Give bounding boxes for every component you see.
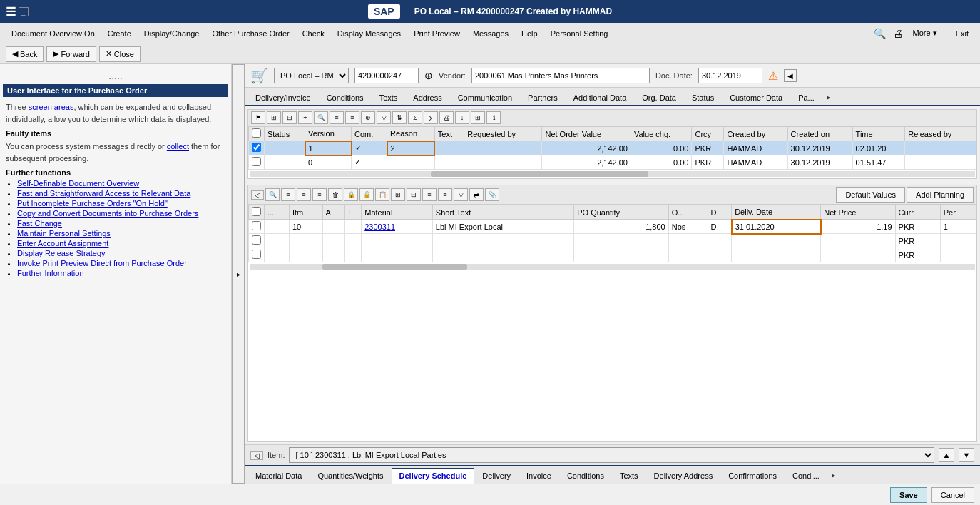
link-on-hold[interactable]: Put Incomplete Purchase Orders "On Hold" — [17, 199, 168, 208]
collect-link[interactable]: collect — [167, 142, 189, 151]
lower-sort-btn[interactable]: ⇄ — [469, 188, 484, 201]
tab-additional-data[interactable]: Additional Data — [566, 90, 635, 105]
upper-search-btn[interactable]: 🔍 — [314, 111, 328, 124]
po-type-select[interactable]: PO Local – RM — [274, 68, 349, 83]
sidebar-collapse-handle[interactable]: ▸ — [232, 64, 245, 484]
lower-copy-btn[interactable]: 📋 — [375, 188, 389, 201]
link-maintain-personal[interactable]: Maintain Personal Settings — [17, 229, 111, 238]
bottom-tab-more[interactable]: ▸ — [827, 468, 840, 483]
upper-zoom-btn[interactable]: ⊕ — [361, 111, 375, 124]
upper-print-btn[interactable]: 🖨 — [439, 111, 454, 124]
tab-org-data[interactable]: Org. Data — [634, 90, 684, 105]
upper-sort-btn[interactable]: ⇅ — [392, 111, 407, 124]
upper-filter-btn[interactable]: ▽ — [377, 111, 391, 124]
tab-customer-data[interactable]: Customer Data — [722, 90, 790, 105]
tab-conditions-item[interactable]: Conditions — [559, 468, 612, 483]
lower-unlock-btn[interactable]: 🔓 — [359, 188, 374, 201]
lower-filter-btn[interactable]: ▽ — [454, 188, 468, 201]
doc-date-input[interactable] — [698, 68, 762, 83]
save-button[interactable]: Save — [890, 487, 927, 503]
tab-delivery-schedule[interactable]: Delivery Schedule — [392, 468, 475, 484]
upper-grid-btn[interactable]: ⊞ — [471, 111, 485, 124]
menu-help[interactable]: Help — [516, 26, 543, 41]
po-expand-icon[interactable]: ⊕ — [424, 70, 433, 81]
lower-collapse-btn[interactable]: ◁ — [251, 190, 264, 200]
tab-partners[interactable]: Partners — [520, 90, 566, 105]
link-print-preview[interactable]: Invoke Print Preview Direct from Purchas… — [17, 259, 187, 267]
menu-print-preview[interactable]: Print Preview — [408, 26, 466, 41]
menu-messages[interactable]: Messages — [467, 26, 514, 41]
menu-more[interactable]: More ▾ — [907, 26, 943, 41]
item-nav-collapse[interactable]: ◁ — [250, 451, 263, 460]
link-account-assignment[interactable]: Enter Account Assignment — [17, 239, 108, 248]
item-nav-down[interactable]: ▼ — [959, 448, 974, 462]
upper-info-btn[interactable]: ℹ — [486, 111, 501, 124]
default-values-btn[interactable]: Default Values — [836, 187, 905, 203]
lower-zoom-btn[interactable]: 🔍 — [265, 188, 280, 201]
tab-delivery[interactable]: Delivery — [474, 468, 519, 483]
lower-align-btn2[interactable]: ≡ — [438, 188, 452, 201]
warning-icon[interactable]: ⚠ — [768, 69, 778, 83]
link-fast-change[interactable]: Fast Change — [17, 219, 62, 228]
addl-planning-btn[interactable]: Addl Planning — [907, 187, 974, 203]
header-collapse-btn[interactable]: ◀ — [784, 69, 797, 82]
link-copy-convert[interactable]: Copy and Convert Documents into Purchase… — [17, 209, 198, 218]
tab-material-data[interactable]: Material Data — [247, 468, 310, 483]
lower-lock-btn[interactable]: 🔒 — [344, 188, 358, 201]
tab-communication[interactable]: Communication — [450, 90, 520, 105]
po-number-input[interactable] — [354, 68, 419, 83]
search-icon[interactable]: 🔍 — [871, 28, 889, 39]
item-nav-up[interactable]: ▲ — [939, 448, 954, 462]
menu-document-overview[interactable]: Document Overview On — [6, 26, 101, 41]
menu-exit[interactable]: Exit — [950, 26, 974, 41]
tab-delivery-invoice[interactable]: Delivery/Invoice — [247, 90, 319, 105]
upper-calc-btn[interactable]: ∑ — [424, 111, 438, 124]
tab-status[interactable]: Status — [684, 90, 722, 105]
upper-row2-checkbox[interactable] — [249, 155, 265, 170]
print-icon[interactable]: 🖨 — [890, 28, 906, 39]
lower-minus-btn[interactable]: ⊟ — [407, 188, 421, 201]
menu-display-messages[interactable]: Display Messages — [332, 26, 407, 41]
tab-conditions[interactable]: Conditions — [319, 90, 372, 105]
upper-sum-btn[interactable]: Σ — [408, 111, 422, 124]
screen-areas-link[interactable]: screen areas — [29, 103, 74, 111]
cancel-button[interactable]: Cancel — [931, 487, 974, 503]
tab-confirmations[interactable]: Confirmations — [720, 468, 785, 483]
upper-del-btn[interactable]: ⊟ — [282, 111, 297, 124]
forward-button[interactable]: ▶ Forward — [46, 46, 96, 62]
tab-condi-more[interactable]: Condi... — [785, 468, 827, 483]
system-menu-icon[interactable]: ☰ — [6, 5, 16, 19]
tab-pa[interactable]: Pa... — [790, 90, 822, 105]
tab-delivery-address[interactable]: Delivery Address — [646, 468, 721, 483]
lower-scrollbar[interactable] — [250, 264, 975, 270]
upper-align-right-btn[interactable]: ≡ — [345, 111, 359, 124]
header-tab-more[interactable]: ▸ — [822, 90, 835, 105]
lower-del-btn[interactable]: 🗑 — [328, 188, 342, 201]
upper-align-left-btn[interactable]: ≡ — [330, 111, 344, 124]
upper-table-scroll[interactable]: Status Version Com. Reason Text Requeste… — [248, 126, 976, 170]
tab-invoice[interactable]: Invoice — [519, 468, 559, 483]
link-display-release[interactable]: Display Release Strategy — [17, 249, 106, 257]
tab-quantities-weights[interactable]: Quantities/Weights — [310, 468, 391, 483]
lower-attach-btn[interactable]: 📎 — [485, 188, 499, 201]
tab-texts-item[interactable]: Texts — [612, 468, 646, 483]
menu-personal-setting[interactable]: Personal Setting — [545, 26, 614, 41]
link-fast-access[interactable]: Fast and Straightforward Access to Relev… — [17, 189, 190, 198]
link-further-info[interactable]: Further Information — [17, 269, 84, 277]
minimize-icon[interactable]: _ — [19, 7, 29, 16]
upper-export-btn[interactable]: ↓ — [455, 111, 469, 124]
upper-add-btn[interactable]: + — [298, 111, 312, 124]
lower-align-btn1[interactable]: ≡ — [422, 188, 437, 201]
link-self-definable[interactable]: Self-Definable Document Overview — [17, 179, 139, 188]
item-dropdown[interactable]: [ 10 ] 2300311 , Lbl MI Export Local Par… — [289, 447, 934, 463]
menu-other-po[interactable]: Other Purchase Order — [206, 26, 295, 41]
tab-address[interactable]: Address — [405, 90, 449, 105]
upper-row1-checkbox[interactable] — [249, 141, 265, 155]
menu-create[interactable]: Create — [102, 26, 137, 41]
lower-table-scroll[interactable]: ... Itm A I Material Short Text PO Quant… — [248, 205, 976, 441]
tab-texts[interactable]: Texts — [372, 90, 406, 105]
back-button[interactable]: ◀ ◀ Back Back — [6, 46, 44, 62]
lower-select-all[interactable] — [252, 207, 261, 216]
lower-list-btn1[interactable]: ≡ — [281, 188, 295, 201]
menu-check[interactable]: Check — [297, 26, 330, 41]
